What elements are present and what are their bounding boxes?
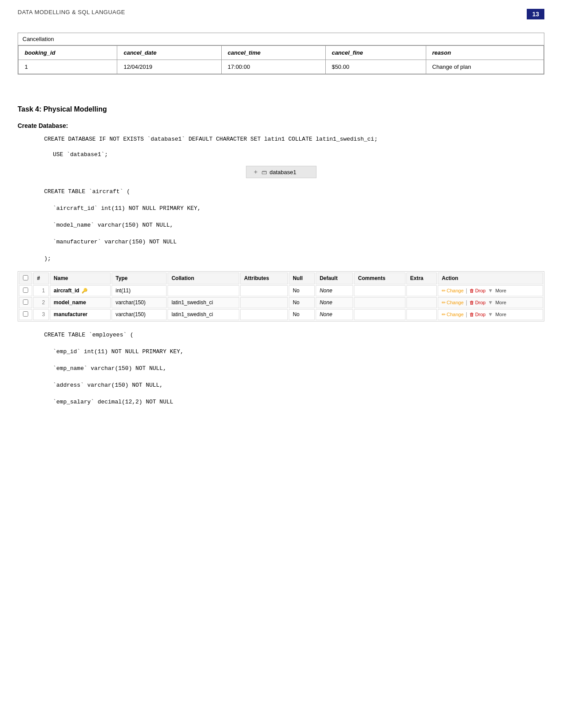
col-cancel-time: cancel_time bbox=[221, 46, 325, 60]
db-name-label: database1 bbox=[270, 169, 297, 175]
aircraft-field3: `manufacturer` varchar(150) NOT NULL bbox=[18, 237, 544, 247]
drop-button-1[interactable]: 🗑 Drop bbox=[469, 288, 486, 293]
row3-extra bbox=[406, 309, 437, 320]
row1-collation bbox=[167, 285, 239, 296]
pencil-icon: ✏ bbox=[442, 288, 446, 294]
row3-comments bbox=[354, 309, 405, 320]
row1-action: ✏ Change | 🗑 Drop ▼ More bbox=[438, 285, 543, 296]
aircraft-db-table: # Name Type Collation Attributes Null De… bbox=[18, 271, 544, 321]
col-cancel-fine: cancel_fine bbox=[325, 46, 426, 60]
row2-null: No bbox=[289, 297, 315, 308]
row2-type: varchar(150) bbox=[112, 297, 167, 308]
row3-checkbox[interactable] bbox=[23, 311, 28, 317]
row2-collation: latin1_swedish_ci bbox=[167, 297, 239, 308]
col-cancel-date: cancel_date bbox=[117, 46, 221, 60]
row1-extra bbox=[406, 285, 437, 296]
row1-type: int(11) bbox=[112, 285, 167, 296]
row1-attributes bbox=[240, 285, 288, 296]
col-comments: Comments bbox=[354, 273, 405, 284]
row1-name: aircraft_id 🔑 bbox=[50, 285, 111, 296]
plus-icon: ＋ bbox=[253, 168, 259, 176]
row2-default: None bbox=[316, 297, 353, 308]
database1-box[interactable]: ＋ 🗃 database1 bbox=[246, 166, 316, 178]
row2-action: ✏ Change | 🗑 Drop ▼ More bbox=[438, 297, 543, 308]
row2-num: 2 bbox=[33, 297, 49, 308]
col-name: Name bbox=[50, 273, 111, 284]
row3-name: manufacturer bbox=[50, 309, 111, 320]
row1-default: None bbox=[316, 285, 353, 296]
emp-field1: `emp_id` int(11) NOT NULL PRIMARY KEY, bbox=[18, 347, 544, 357]
action-buttons: ✏ Change | 🗑 Drop ▼ More bbox=[442, 311, 539, 317]
cell-cancel-date: 12/04/2019 bbox=[117, 60, 221, 74]
cancellation-label: Cancellation bbox=[18, 33, 544, 45]
drop-button-2[interactable]: 🗑 Drop bbox=[469, 300, 486, 305]
cell-booking-id: 1 bbox=[19, 60, 117, 74]
db-ui-element[interactable]: ＋ 🗃 database1 bbox=[18, 166, 544, 178]
change-button-2[interactable]: ✏ Change bbox=[442, 300, 464, 306]
create-db-heading: Create Database: bbox=[18, 122, 544, 129]
key-icon: 🔑 bbox=[82, 288, 88, 293]
col-extra: Extra bbox=[406, 273, 437, 284]
col-collation: Collation bbox=[167, 273, 239, 284]
row1-num: 1 bbox=[33, 285, 49, 296]
col-default: Default bbox=[316, 273, 353, 284]
create-db-code: CREATE DATABASE IF NOT EXISTS `database1… bbox=[18, 134, 544, 144]
pencil-icon: ✏ bbox=[442, 312, 446, 317]
action-buttons: ✏ Change | 🗑 Drop ▼ More bbox=[442, 287, 539, 294]
cancellation-table: booking_id cancel_date cancel_time cance… bbox=[18, 45, 544, 74]
col-booking-id: booking_id bbox=[19, 46, 117, 60]
use-statement: USE `database1`; bbox=[18, 151, 544, 158]
row3-null: No bbox=[289, 309, 315, 320]
row-checkbox-cell bbox=[19, 309, 32, 320]
table-row: 1 12/04/2019 17:00:00 $50.00 Change of p… bbox=[19, 60, 544, 74]
row3-default: None bbox=[316, 309, 353, 320]
col-action: Action bbox=[438, 273, 543, 284]
emp-field4: `emp_salary` decimal(12,2) NOT NULL bbox=[18, 397, 544, 407]
table-row: 1 aircraft_id 🔑 int(11) No None ✏ Change… bbox=[19, 285, 543, 296]
more-button-2[interactable]: More bbox=[495, 300, 506, 305]
emp-field2: `emp_name` varchar(150) NOT NULL, bbox=[18, 364, 544, 373]
drop-button-3[interactable]: 🗑 Drop bbox=[469, 312, 486, 317]
row1-null: No bbox=[289, 285, 315, 296]
header-title: DATA MODELLING & SQL LANGUAGE bbox=[18, 9, 125, 15]
aircraft-closing: ); bbox=[18, 254, 544, 264]
drop-icon: 🗑 bbox=[469, 300, 474, 305]
row-checkbox-cell bbox=[19, 297, 32, 308]
page-header: DATA MODELLING & SQL LANGUAGE 13 bbox=[18, 9, 544, 19]
row3-num: 3 bbox=[33, 309, 49, 320]
row3-attributes bbox=[240, 309, 288, 320]
row2-name: model_name bbox=[50, 297, 111, 308]
change-button-1[interactable]: ✏ Change bbox=[442, 288, 464, 294]
row3-type: varchar(150) bbox=[112, 309, 167, 320]
page-number: 13 bbox=[527, 9, 544, 19]
cylinder-icon: 🗃 bbox=[261, 169, 267, 175]
table-row: 3 manufacturer varchar(150) latin1_swedi… bbox=[19, 309, 543, 320]
row2-extra bbox=[406, 297, 437, 308]
row3-action: ✏ Change | 🗑 Drop ▼ More bbox=[438, 309, 543, 320]
col-num: # bbox=[33, 273, 49, 284]
cancellation-table-wrapper: Cancellation booking_id cancel_date canc… bbox=[18, 33, 544, 75]
col-reason: reason bbox=[426, 46, 544, 60]
emp-field3: `address` varchar(150) NOT NULL, bbox=[18, 381, 544, 390]
col-attributes: Attributes bbox=[240, 273, 288, 284]
row1-checkbox[interactable] bbox=[23, 287, 28, 293]
change-button-3[interactable]: ✏ Change bbox=[442, 312, 464, 317]
row3-collation: latin1_swedish_ci bbox=[167, 309, 239, 320]
action-buttons: ✏ Change | 🗑 Drop ▼ More bbox=[442, 299, 539, 306]
select-all-checkbox[interactable] bbox=[23, 275, 28, 280]
drop-icon: 🗑 bbox=[469, 312, 474, 317]
task4-heading: Task 4: Physical Modelling bbox=[18, 105, 544, 113]
row2-comments bbox=[354, 297, 405, 308]
create-aircraft-table: CREATE TABLE `aircraft` ( bbox=[18, 187, 544, 197]
more-button-3[interactable]: More bbox=[495, 312, 506, 317]
col-null: Null bbox=[289, 273, 315, 284]
row2-attributes bbox=[240, 297, 288, 308]
col-type: Type bbox=[112, 273, 167, 284]
more-button-1[interactable]: More bbox=[495, 288, 506, 293]
aircraft-field2: `model_name` varchar(150) NOT NULL, bbox=[18, 220, 544, 230]
aircraft-field1: `aircraft_id` int(11) NOT NULL PRIMARY K… bbox=[18, 204, 544, 213]
col-check bbox=[19, 273, 32, 284]
row2-checkbox[interactable] bbox=[23, 299, 28, 305]
cell-cancel-fine: $50.00 bbox=[325, 60, 426, 74]
cell-cancel-time: 17:00:00 bbox=[221, 60, 325, 74]
